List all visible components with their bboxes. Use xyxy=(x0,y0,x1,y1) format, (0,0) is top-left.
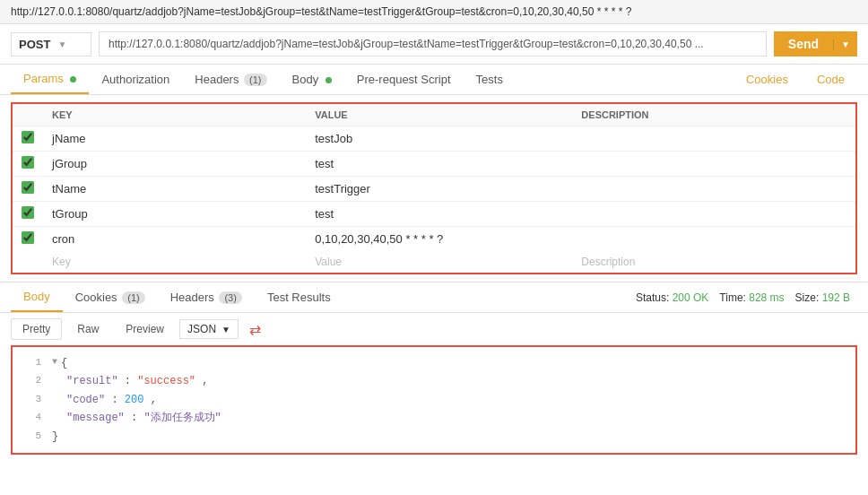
row-value-1[interactable]: test xyxy=(306,152,572,177)
response-tab-cookies[interactable]: Cookies (1) xyxy=(63,283,158,311)
row-value-0[interactable]: testJob xyxy=(306,126,572,152)
params-empty-row: Key Value Description xyxy=(13,251,855,273)
format-tab-pretty[interactable]: Pretty xyxy=(11,318,62,340)
format-bar: Pretty Raw Preview JSON ▼ ⇄ xyxy=(0,313,868,345)
col-header-action xyxy=(838,104,855,126)
response-tab-headers[interactable]: Headers (3) xyxy=(158,283,255,311)
row-value-2[interactable]: testTrigger xyxy=(306,177,572,202)
response-headers-badge: (3) xyxy=(219,291,241,304)
response-tab-body[interactable]: Body xyxy=(11,282,63,312)
json-line-1: 1 ▼ { xyxy=(13,354,855,372)
filter-icon[interactable]: ⇄ xyxy=(249,321,261,338)
body-dot xyxy=(326,77,332,83)
tab-cookies[interactable]: Cookies xyxy=(733,65,801,93)
row-key-4[interactable]: cron xyxy=(43,227,306,252)
row-del-3 xyxy=(838,202,855,227)
row-key-3[interactable]: tGroup xyxy=(43,202,306,227)
headers-badge: (1) xyxy=(244,74,266,86)
row-checkbox-0[interactable] xyxy=(22,131,34,143)
tab-params[interactable]: Params xyxy=(11,65,89,94)
tab-right-group: Cookies Code xyxy=(733,65,857,93)
table-row: tName testTrigger xyxy=(13,177,855,202)
json-select-arrow-icon: ▼ xyxy=(221,325,230,334)
request-bar: POST ▼ Send ▼ xyxy=(0,24,868,65)
row-del-1 xyxy=(838,152,855,177)
row-desc-4[interactable] xyxy=(572,227,838,252)
table-row: tGroup test xyxy=(13,202,855,227)
response-status: Status: 200 OK Time: 828 ms Size: 192 B xyxy=(636,291,857,304)
row-checkbox-1[interactable] xyxy=(22,156,34,169)
json-viewer: 1 ▼ { 2 "result" : "success" , 3 "code" … xyxy=(11,345,857,455)
col-header-key: KEY xyxy=(43,104,306,126)
json-line-5: 5 } xyxy=(13,428,855,446)
status-label: Status: 200 OK xyxy=(636,291,708,304)
time-value: 828 ms xyxy=(749,291,784,304)
params-dot xyxy=(70,76,76,82)
tab-code[interactable]: Code xyxy=(804,65,857,93)
row-del-2 xyxy=(838,177,855,202)
empty-key-cell[interactable]: Key xyxy=(43,251,306,273)
row-key-0[interactable]: jName xyxy=(43,126,306,152)
time-label: Time: 828 ms xyxy=(719,291,784,304)
row-desc-1[interactable] xyxy=(572,152,838,177)
format-tab-preview[interactable]: Preview xyxy=(114,318,176,340)
table-row: jGroup test xyxy=(13,152,855,177)
status-value: 200 OK xyxy=(673,291,709,304)
method-select[interactable]: POST ▼ xyxy=(11,32,91,56)
row-del-4 xyxy=(838,227,855,252)
url-input[interactable] xyxy=(99,31,767,56)
format-json-select[interactable]: JSON ▼ xyxy=(179,319,239,339)
send-dropdown-icon[interactable]: ▼ xyxy=(833,39,857,49)
row-checkbox-2[interactable] xyxy=(22,181,34,194)
tab-authorization[interactable]: Authorization xyxy=(89,65,182,93)
size-value: 192 B xyxy=(822,291,850,304)
row-desc-2[interactable] xyxy=(572,177,838,202)
row-desc-3[interactable] xyxy=(572,202,838,227)
row-key-2[interactable]: tName xyxy=(43,177,306,202)
row-checkbox-4[interactable] xyxy=(22,231,34,244)
send-label: Send xyxy=(774,37,833,51)
format-tab-raw[interactable]: Raw xyxy=(65,318,110,340)
table-row: cron 0,10,20,30,40,50 * * * * ? xyxy=(13,227,855,252)
response-tab-test-results[interactable]: Test Results xyxy=(255,283,343,311)
json-line-4: 4 "message" : "添加任务成功" xyxy=(13,409,855,427)
response-tabs-bar: Body Cookies (1) Headers (3) Test Result… xyxy=(0,282,868,313)
row-key-1[interactable]: jGroup xyxy=(43,152,306,177)
row-checkbox-3[interactable] xyxy=(22,206,34,219)
expand-icon[interactable]: ▼ xyxy=(52,354,57,369)
empty-desc-cell[interactable]: Description xyxy=(572,251,838,273)
method-arrow-icon: ▼ xyxy=(57,39,66,49)
row-del-0 xyxy=(838,126,855,152)
params-table: KEY VALUE DESCRIPTION jName testJob jGro… xyxy=(11,102,857,274)
col-header-check xyxy=(13,104,43,126)
col-header-value: VALUE xyxy=(306,104,572,126)
col-header-desc: DESCRIPTION xyxy=(572,104,838,126)
send-button[interactable]: Send ▼ xyxy=(774,31,857,56)
method-label: POST xyxy=(19,38,50,51)
row-value-3[interactable]: test xyxy=(306,202,572,227)
table-row: jName testJob xyxy=(13,126,855,152)
empty-value-cell[interactable]: Value xyxy=(306,251,572,273)
size-label: Size: 192 B xyxy=(795,291,850,304)
row-value-4[interactable]: 0,10,20,30,40,50 * * * * ? xyxy=(306,227,572,252)
title-bar: http://127.0.0.1:8080/quartz/addjob?jNam… xyxy=(0,0,868,24)
response-cookies-badge: (1) xyxy=(122,291,144,304)
tab-body[interactable]: Body xyxy=(280,65,344,93)
request-tabs-bar: Params Authorization Headers (1) Body Pr… xyxy=(0,65,868,95)
json-line-2: 2 "result" : "success" , xyxy=(13,372,855,390)
tab-tests[interactable]: Tests xyxy=(464,65,516,93)
row-desc-0[interactable] xyxy=(572,126,838,152)
title-url: http://127.0.0.1:8080/quartz/addjob?jNam… xyxy=(11,5,631,18)
tab-headers[interactable]: Headers (1) xyxy=(182,65,279,93)
json-line-3: 3 "code" : 200 , xyxy=(13,391,855,409)
tab-pre-request[interactable]: Pre-request Script xyxy=(344,65,464,93)
